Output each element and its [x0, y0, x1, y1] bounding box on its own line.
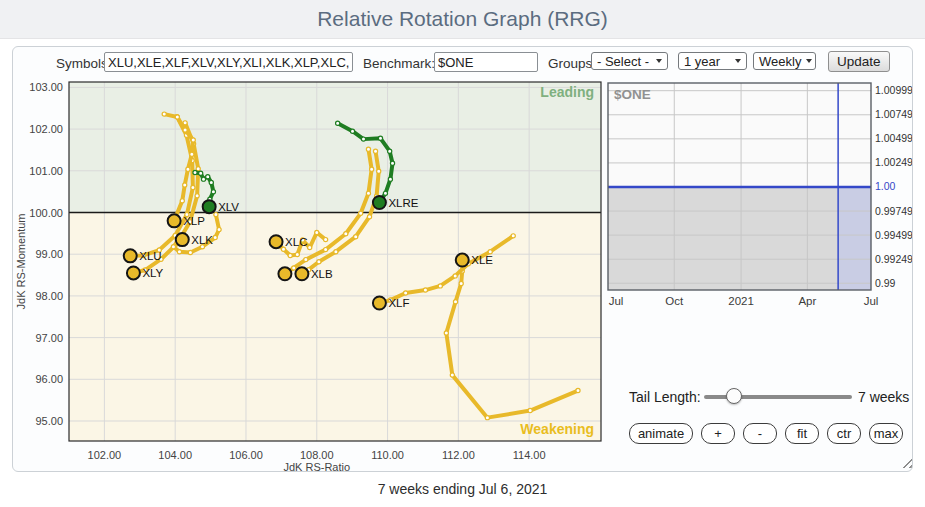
svg-text:JdK RS-Momentum: JdK RS-Momentum: [15, 214, 27, 310]
svg-text:110.00: 110.00: [371, 449, 404, 461]
svg-text:Oct: Oct: [665, 295, 684, 307]
svg-text:XLC: XLC: [285, 236, 307, 248]
svg-text:99.00: 99.00: [35, 248, 63, 260]
svg-text:XLV: XLV: [218, 201, 239, 213]
app-title-bar: Relative Rotation Graph (RRG): [0, 0, 925, 39]
svg-text:95.00: 95.00: [35, 415, 63, 427]
rrg-panel: Symbols: Benchmark: Groups: - Select - 1…: [12, 46, 913, 472]
svg-text:0.9949999: 0.9949999: [875, 229, 913, 241]
svg-text:$ONE: $ONE: [614, 87, 651, 102]
chart-toolbar: animate + - fit ctr max: [629, 423, 903, 444]
frequency-select[interactable]: Weekly: [753, 52, 816, 70]
tail-length-slider[interactable]: [704, 395, 852, 399]
zoom-out-button[interactable]: -: [743, 423, 777, 444]
svg-text:1.0024999: 1.0024999: [875, 156, 913, 168]
animate-button[interactable]: animate: [629, 423, 693, 444]
tail-length-value: 7 weeks: [858, 389, 909, 405]
svg-text:1.0074999: 1.0074999: [875, 108, 913, 120]
svg-text:XLU: XLU: [139, 250, 161, 262]
svg-text:112.00: 112.00: [442, 449, 475, 461]
svg-text:102.00: 102.00: [88, 449, 122, 461]
svg-text:106.00: 106.00: [229, 449, 263, 461]
maximize-button[interactable]: max: [869, 423, 903, 444]
page-title: Relative Rotation Graph (RRG): [317, 0, 608, 38]
rrg-chart[interactable]: 102.00104.00106.00108.00110.00112.00114.…: [13, 47, 628, 472]
svg-text:0.9924999: 0.9924999: [875, 253, 913, 265]
svg-text:2021: 2021: [728, 295, 754, 307]
svg-text:Jul: Jul: [864, 295, 879, 307]
svg-text:108.00: 108.00: [300, 449, 334, 461]
svg-text:Weakening: Weakening: [520, 421, 594, 437]
update-button[interactable]: Update: [828, 51, 890, 72]
svg-text:Leading: Leading: [540, 84, 594, 100]
svg-text:Apr: Apr: [798, 295, 816, 307]
zoom-in-button[interactable]: +: [701, 423, 735, 444]
svg-text:Jul: Jul: [609, 295, 624, 307]
svg-text:0.99: 0.99: [875, 277, 896, 289]
tail-length-slider-thumb[interactable]: [726, 388, 742, 404]
svg-text:98.00: 98.00: [35, 290, 63, 302]
tail-length-label: Tail Length:: [629, 389, 701, 405]
svg-text:104.00: 104.00: [158, 449, 192, 461]
chevron-down-icon: [806, 59, 812, 63]
svg-text:97.00: 97.00: [35, 332, 63, 344]
chevron-down-icon: [656, 59, 662, 63]
svg-text:100.00: 100.00: [29, 207, 63, 219]
svg-text:XLF: XLF: [388, 297, 409, 309]
svg-text:101.00: 101.00: [29, 165, 63, 177]
svg-text:XLE: XLE: [471, 254, 493, 266]
svg-text:1.0049999: 1.0049999: [875, 132, 913, 144]
svg-text:103.00: 103.00: [29, 81, 63, 93]
svg-text:1.00: 1.00: [875, 180, 896, 192]
footer-caption: 7 weeks ending Jul 6, 2021: [0, 481, 925, 497]
fit-button[interactable]: fit: [785, 423, 819, 444]
svg-text:XLK: XLK: [191, 234, 213, 246]
chevron-down-icon: [735, 59, 741, 63]
period-select[interactable]: 1 year: [678, 52, 747, 70]
resize-handle-icon[interactable]: [899, 454, 913, 468]
svg-text:XLRE: XLRE: [388, 197, 418, 209]
benchmark-chart[interactable]: JulOct2021AprJul1.00999991.00749991.0049…: [606, 81, 913, 311]
svg-text:XLY: XLY: [142, 267, 163, 279]
svg-text:0.9974999: 0.9974999: [875, 205, 913, 217]
svg-text:96.00: 96.00: [35, 373, 63, 385]
svg-text:102.00: 102.00: [29, 123, 63, 135]
svg-text:XLB: XLB: [311, 268, 333, 280]
rrg-app-window: Relative Rotation Graph (RRG) Symbols: B…: [0, 0, 925, 507]
svg-text:114.00: 114.00: [513, 449, 546, 461]
svg-text:XLP: XLP: [183, 215, 205, 227]
svg-text:1.0099999: 1.0099999: [875, 84, 913, 96]
svg-text:JdK RS-Ratio: JdK RS-Ratio: [283, 461, 350, 472]
center-button[interactable]: ctr: [827, 423, 861, 444]
